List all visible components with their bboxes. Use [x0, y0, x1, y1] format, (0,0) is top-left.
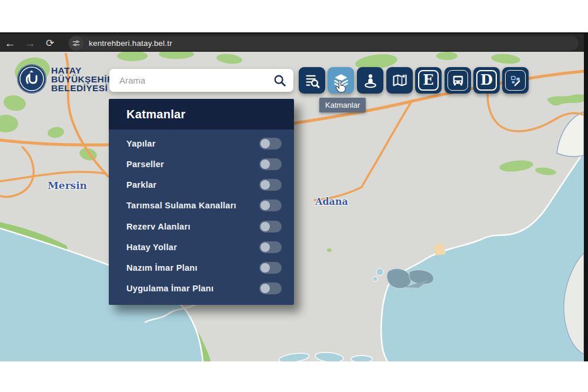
- search-icon[interactable]: [273, 74, 286, 87]
- plan-edit-icon: [509, 74, 522, 87]
- layer-toggle-knob: [260, 180, 270, 190]
- layer-label: Hatay Yollar: [126, 242, 177, 252]
- layer-toggle[interactable]: [259, 158, 282, 170]
- screen-edge: [584, 32, 588, 361]
- plan-edit-button[interactable]: [502, 67, 529, 94]
- query-list-button[interactable]: [299, 67, 325, 94]
- layer-toggle[interactable]: [259, 262, 282, 274]
- layers-panel-header: Katmanlar: [109, 99, 294, 129]
- layers-panel-title: Katmanlar: [126, 108, 186, 121]
- layer-toggle-knob: [260, 139, 270, 148]
- layer-toggle[interactable]: [259, 283, 282, 294]
- url-text: kentrehberi.hatay.bel.tr: [89, 39, 172, 48]
- layer-row: Tarımsal Sulama Kanalları: [109, 197, 294, 214]
- layer-label: Uygulama İmar Planı: [126, 284, 213, 293]
- layer-toggle-knob: [260, 201, 270, 210]
- letter-d-button[interactable]: D: [473, 67, 500, 94]
- layer-row: Uygulama İmar Planı: [109, 280, 294, 297]
- bus-button[interactable]: [445, 67, 471, 94]
- layer-toggle[interactable]: [259, 179, 282, 191]
- back-icon[interactable]: ←: [0, 35, 20, 52]
- layer-label: Nazım İmar Planı: [126, 263, 198, 273]
- map-label-adana: Adana: [315, 196, 348, 207]
- layer-toggle[interactable]: [259, 200, 282, 211]
- layer-label: Rezerv Alanları: [126, 222, 191, 231]
- button-frame: E: [418, 70, 439, 91]
- layer-label: Parklar: [126, 180, 156, 190]
- layer-label: Parseller: [126, 160, 164, 169]
- layer-row: Yapılar: [109, 135, 294, 152]
- search-input[interactable]: [109, 75, 273, 85]
- reload-icon[interactable]: ⟳: [40, 35, 60, 52]
- layers-tooltip: Katmanlar: [319, 98, 366, 112]
- letter-e-icon: E: [423, 73, 433, 87]
- button-frame: [505, 70, 526, 91]
- layer-toggle-knob: [260, 242, 270, 252]
- layer-toggle-knob: [260, 222, 270, 231]
- layer-toggle-knob: [260, 160, 270, 169]
- forward-icon[interactable]: →: [20, 35, 40, 52]
- letter-e-button[interactable]: E: [415, 67, 442, 94]
- places-map-button[interactable]: [386, 67, 413, 94]
- layer-row: Parklar: [109, 176, 294, 194]
- layer-row: Hatay Yollar: [109, 238, 294, 256]
- layers-panel-body: Yapılar Parseller Parklar Tarımsal Sulam…: [109, 129, 294, 305]
- map-label-mersin: Mersin: [48, 180, 87, 191]
- layers-panel: Katmanlar Yapılar Parseller Parklar Tarı…: [109, 99, 294, 305]
- search-box: [109, 69, 293, 92]
- street-view-button[interactable]: [357, 67, 383, 94]
- person-pin-icon: [362, 72, 379, 89]
- municipality-emblem-icon: [16, 64, 47, 94]
- layer-toggle[interactable]: [259, 221, 282, 232]
- layers-icon: [333, 72, 349, 89]
- map-star-icon: [392, 72, 408, 89]
- layer-label: Tarımsal Sulama Kanalları: [126, 201, 236, 210]
- button-frame: [447, 70, 468, 91]
- site-settings-icon[interactable]: [69, 36, 83, 51]
- layer-row: Nazım İmar Planı: [109, 259, 294, 277]
- letter-d-icon: D: [480, 73, 493, 87]
- layer-row: Rezerv Alanları: [109, 218, 294, 235]
- browser-toolbar: ← → ⟳ kentrehberi.hatay.bel.tr: [0, 32, 588, 54]
- municipality-logo: HATAY BÜYÜKŞEHİR BELEDİYESİ: [16, 64, 113, 94]
- url-bar[interactable]: kentrehberi.hatay.bel.tr: [68, 36, 579, 51]
- layer-row: Parseller: [109, 155, 294, 173]
- screenshot-stage: ← → ⟳ kentrehberi.hatay.bel.tr: [0, 0, 588, 392]
- list-search-icon: [304, 72, 320, 89]
- municipality-name: HATAY BÜYÜKŞEHİR BELEDİYESİ: [51, 66, 113, 92]
- layer-label: Yapılar: [126, 139, 156, 148]
- layer-toggle[interactable]: [259, 138, 282, 150]
- button-frame: D: [476, 70, 497, 91]
- layer-toggle-knob: [260, 284, 270, 293]
- layer-toggle-knob: [260, 263, 270, 273]
- layer-toggle[interactable]: [259, 241, 282, 253]
- layers-button[interactable]: [328, 67, 354, 94]
- bus-icon: [452, 74, 465, 87]
- map-viewport[interactable]: Mersin Adana HATAY BÜYÜKŞEHİR BELEDİYESİ: [0, 52, 584, 361]
